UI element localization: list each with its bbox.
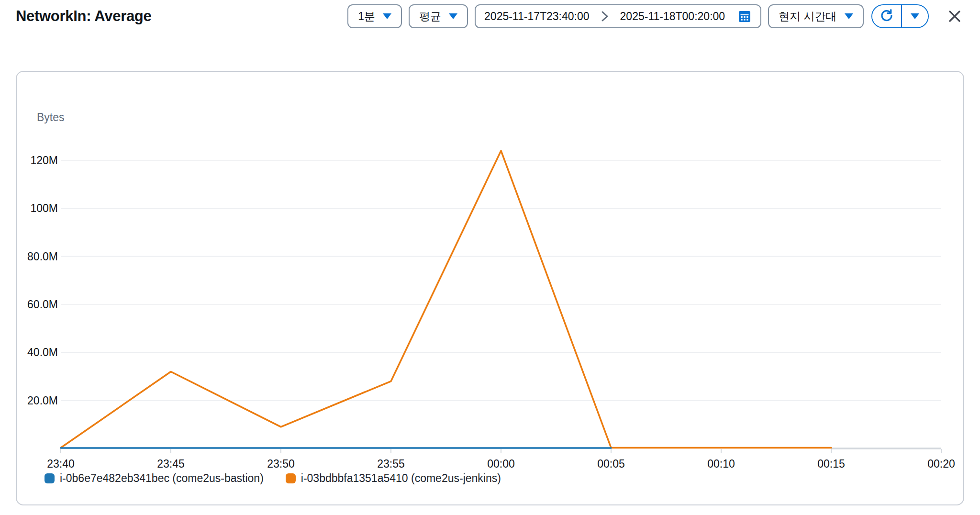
statistic-dropdown[interactable]: 평균 <box>409 4 468 28</box>
legend-label: i-0b6e7e482eb341bec (come2us-bastion) <box>60 472 264 485</box>
y-axis-tick-label: 20.0M <box>17 394 58 407</box>
legend-item-jenkins[interactable]: i-03bdbbfa1351a5410 (come2us-jenkins) <box>286 472 501 485</box>
period-dropdown-label: 1분 <box>358 9 375 24</box>
y-axis-tick-label: 60.0M <box>17 298 58 311</box>
x-axis-tick-label: 00:10 <box>695 457 747 470</box>
x-axis-tick-label: 00:05 <box>585 457 637 470</box>
x-axis-tick-label: 00:20 <box>915 457 968 470</box>
y-axis-tick-label: 40.0M <box>17 346 58 359</box>
timezone-dropdown[interactable]: 현지 시간대 <box>768 4 863 28</box>
chevron-down-icon <box>383 13 391 19</box>
date-range-end: 2025-11-18T00:20:00 <box>620 10 725 23</box>
date-range-start: 2025-11-17T23:40:00 <box>484 10 590 23</box>
chevron-down-icon <box>911 13 919 19</box>
legend-label: i-03bdbbfa1351a5410 (come2us-jenkins) <box>301 472 501 485</box>
chart-plot-area[interactable] <box>17 72 963 504</box>
chart-card: Bytes 20.0M40.0M60.0M80.0M100M120M23:402… <box>16 71 964 505</box>
x-axis-tick-label: 23:45 <box>145 457 197 470</box>
x-axis-tick-label: 23:50 <box>255 457 307 470</box>
series-line[interactable] <box>61 151 831 448</box>
chart-legend: i-0b6e7e482eb341bec (come2us-bastion) i-… <box>45 472 501 485</box>
refresh-icon <box>880 8 894 24</box>
close-button[interactable] <box>945 7 964 26</box>
chevron-down-icon <box>845 13 853 19</box>
x-axis-tick-label: 00:00 <box>475 457 527 470</box>
legend-swatch-orange <box>286 473 296 483</box>
chevron-down-icon <box>449 13 457 19</box>
legend-item-bastion[interactable]: i-0b6e7e482eb341bec (come2us-bastion) <box>45 472 264 485</box>
modal-header: NetworkIn: Average 1분 평균 2025-11-17T23:4… <box>16 4 964 29</box>
page-title: NetworkIn: Average <box>16 8 151 25</box>
close-icon <box>947 8 963 24</box>
y-axis-tick-label: 100M <box>17 202 58 215</box>
chevron-right-icon <box>600 10 610 22</box>
line-chart[interactable]: 20.0M40.0M60.0M80.0M100M120M23:4023:4523… <box>17 72 963 504</box>
period-dropdown[interactable]: 1분 <box>347 4 402 28</box>
refresh-button[interactable] <box>872 5 901 27</box>
y-axis-tick-label: 80.0M <box>17 250 58 263</box>
timezone-dropdown-label: 현지 시간대 <box>779 9 836 24</box>
statistic-dropdown-label: 평균 <box>419 9 441 24</box>
x-axis-tick-label: 00:15 <box>805 457 858 470</box>
y-axis-tick-label: 120M <box>17 154 58 167</box>
refresh-split-button <box>871 4 929 28</box>
refresh-options-button[interactable] <box>902 5 928 27</box>
legend-swatch-blue <box>45 473 55 483</box>
x-axis-tick-label: 23:40 <box>34 457 87 470</box>
date-range-picker[interactable]: 2025-11-17T23:40:00 2025-11-18T00:20:00 <box>475 4 761 28</box>
calendar-icon[interactable] <box>737 9 752 23</box>
x-axis-tick-label: 23:55 <box>365 457 417 470</box>
